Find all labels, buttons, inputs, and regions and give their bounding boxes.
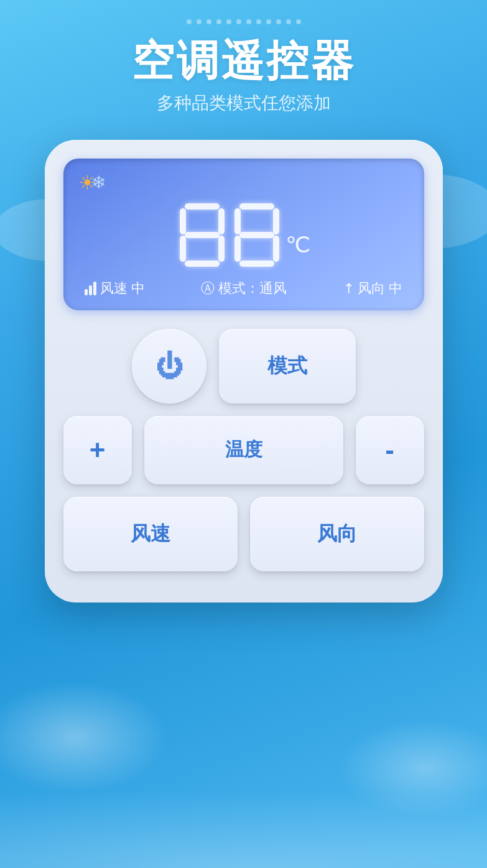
page-title: 空调遥控器: [132, 37, 356, 84]
mode-icon-circle: Ⓐ: [201, 279, 215, 298]
digit-container: [177, 201, 282, 269]
temp-label-button: 温度: [144, 416, 343, 484]
wind-bar-1: [85, 289, 88, 295]
digit-right: [232, 201, 282, 269]
power-button[interactable]: ⏻: [132, 329, 206, 404]
wind-bar-2: [89, 285, 92, 295]
cloud-left: [0, 681, 168, 793]
wind-speed-label: 风速 中: [100, 279, 145, 298]
wind-dir-icon: ↗: [339, 279, 358, 298]
row-power-mode: ⏻ 模式: [63, 329, 424, 404]
mode-status: Ⓐ 模式：通风: [201, 279, 287, 298]
row-wind: 风速 风向: [63, 497, 424, 571]
display-screen: ☀ ❄: [63, 159, 424, 310]
temp-increase-button[interactable]: +: [63, 416, 132, 484]
wind-dir-button[interactable]: 风向: [250, 497, 424, 571]
wind-speed-status: 风速 中: [85, 279, 145, 298]
wind-dir-status: ↗ 风向 中: [343, 279, 402, 298]
temp-unit: ℃: [285, 232, 310, 269]
controls-area: ⏻ 模式 + 温度 - 风速 风向: [63, 329, 424, 571]
wind-bar-3: [93, 282, 96, 295]
cloud-right: [338, 719, 487, 818]
temp-decrease-button[interactable]: -: [356, 416, 424, 484]
status-bar: 风速 中 Ⓐ 模式：通风 ↗ 风向 中: [78, 279, 409, 298]
power-icon: ⏻: [155, 351, 183, 382]
wind-bars-icon: [85, 282, 96, 295]
mode-button[interactable]: 模式: [219, 329, 356, 404]
header: 空调遥控器 多种品类模式任您添加: [132, 37, 356, 115]
screen-header: ☀ ❄: [78, 171, 409, 195]
decorative-dots: [0, 0, 487, 37]
wind-dir-label: 风向 中: [358, 279, 402, 298]
mode-label: 模式：通风: [218, 279, 287, 298]
wind-speed-button[interactable]: 风速: [63, 497, 238, 571]
row-temperature: + 温度 -: [63, 416, 424, 484]
remote-control: ☀ ❄: [45, 140, 443, 603]
digit-left: [177, 201, 227, 269]
temp-display: ℃: [78, 201, 409, 269]
snow-icon: ❄: [91, 172, 106, 193]
page-subtitle: 多种品类模式任您添加: [132, 91, 356, 115]
cloud-bottom: [0, 681, 487, 868]
